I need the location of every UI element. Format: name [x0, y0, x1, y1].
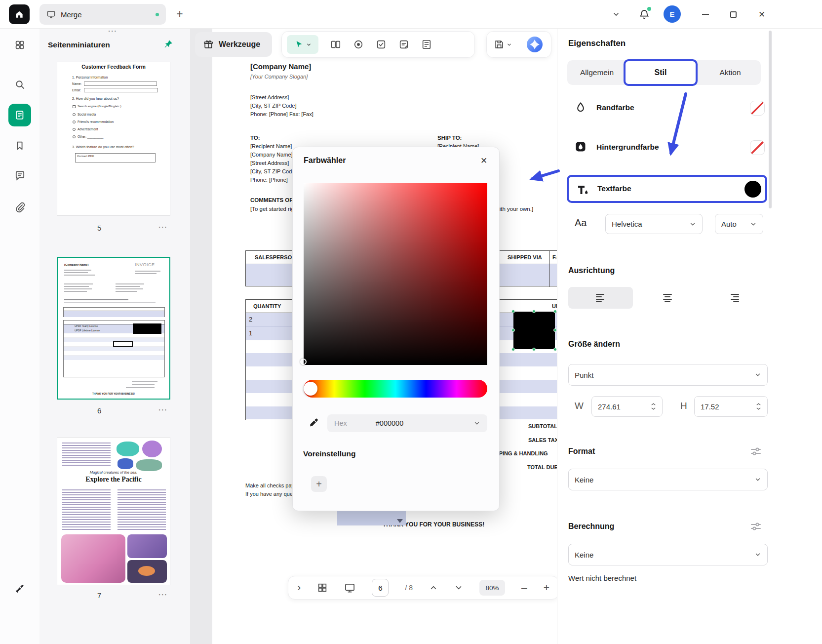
ai-assistant-button[interactable] [525, 35, 544, 54]
border-color-swatch[interactable] [750, 101, 765, 116]
save-icon [494, 39, 505, 50]
doc-total-label: TOTAL DUE [527, 464, 558, 470]
sliders-icon [750, 522, 761, 531]
checkbox-icon [376, 39, 387, 50]
save-button[interactable] [494, 39, 512, 50]
selection-handle[interactable] [511, 348, 515, 351]
hue-slider[interactable] [304, 380, 487, 398]
selection-handle[interactable] [511, 328, 515, 332]
close-button[interactable]: ✕ [754, 7, 769, 22]
dialog-title: Farbwähler [304, 156, 346, 165]
presentation-button[interactable] [344, 582, 355, 594]
document-tab[interactable]: Merge [39, 4, 166, 25]
sidebar-item-comments[interactable] [8, 164, 31, 187]
sidebar-item-apps[interactable] [8, 34, 31, 56]
font-size-select[interactable]: Auto [715, 214, 763, 234]
tab-allgemein[interactable]: Allgemein [571, 63, 623, 82]
text-color-label: Textfarbe [597, 184, 631, 193]
sidebar-item-attachments[interactable] [8, 196, 31, 218]
calculation-options-button[interactable] [749, 520, 763, 533]
font-family-select[interactable]: Helvetica [605, 214, 703, 234]
panel-scrollbar[interactable] [769, 31, 772, 208]
doc-subtotal-label: SUBTOTAL [528, 423, 557, 429]
selection-handle[interactable] [553, 348, 557, 351]
doc-salestax-label: SALES TAX [528, 437, 558, 443]
thumb6-selected-textbox [133, 323, 161, 334]
thumbnail-view-button[interactable] [317, 582, 328, 593]
selection-handle[interactable] [532, 348, 536, 351]
notifications-button[interactable] [636, 6, 653, 23]
stepper-arrows[interactable] [756, 402, 761, 410]
form-tool-button[interactable] [415, 35, 438, 54]
zoom-out-button[interactable]: – [521, 582, 527, 594]
saturation-value-area[interactable] [304, 183, 487, 365]
thumb7-text-column [62, 443, 111, 466]
maximize-button[interactable] [726, 7, 741, 22]
width-label: W [575, 401, 584, 411]
add-preset-button[interactable]: + [311, 476, 327, 492]
doc-th-salesperson: SALESPERSON [255, 254, 296, 260]
unit-select[interactable]: Punkt [568, 364, 768, 386]
selection-handle[interactable] [553, 310, 557, 313]
page-thumbnail-6[interactable]: [Company Name] INVOICE UPDF Yearly Licen… [57, 257, 170, 400]
tab-stil-label: Stil [655, 68, 667, 77]
sidebar-item-bookmarks[interactable] [8, 134, 31, 157]
expand-button[interactable]: › [297, 581, 301, 594]
sidebar-item-page-thumbnails[interactable] [8, 104, 31, 126]
page5-more-button[interactable]: ⋯ [158, 225, 168, 230]
zoom-level-button[interactable]: 80% [479, 580, 505, 596]
record-button[interactable] [347, 35, 370, 54]
pin-panel-button[interactable] [162, 38, 175, 50]
avatar[interactable]: E [664, 5, 681, 23]
next-page-button[interactable] [454, 583, 463, 592]
calculation-select[interactable]: Keine [568, 544, 768, 565]
tabs-overflow-button[interactable] [608, 7, 624, 22]
sidebar-item-search[interactable] [8, 73, 31, 96]
page-thumbnail-7[interactable]: Magical creatures of the sea. Explore th… [57, 437, 170, 585]
doc-dropdown-field[interactable] [337, 510, 406, 525]
align-left-button[interactable] [568, 287, 633, 309]
new-tab-button[interactable]: + [172, 6, 188, 22]
background-color-swatch[interactable] [750, 140, 765, 155]
page6-more-button[interactable]: ⋯ [158, 407, 168, 412]
checkbox-tool-button[interactable] [370, 35, 392, 54]
thumb6-text-bar [116, 288, 143, 289]
selection-handle[interactable] [532, 310, 536, 313]
comment-tool-button[interactable] [392, 35, 415, 54]
thumb6-text-bar [64, 299, 128, 300]
format-options-button[interactable] [749, 445, 763, 458]
minimize-button[interactable] [698, 7, 713, 22]
panel-resize-handle[interactable]: ⋯ [108, 29, 117, 34]
selected-text-box[interactable] [513, 312, 555, 349]
sidebar-item-signature[interactable] [8, 577, 31, 600]
page-number-input[interactable]: 6 [372, 579, 389, 597]
thumb6-text-bar [64, 270, 91, 271]
eyedropper-button[interactable] [305, 414, 323, 432]
hue-slider-knob[interactable] [304, 382, 317, 396]
format-select[interactable]: Keine [568, 469, 768, 490]
text-color-swatch[interactable] [744, 181, 761, 198]
selection-handle[interactable] [553, 328, 557, 332]
stepper-arrows[interactable] [651, 402, 656, 410]
thumb5-section1: 1. Personal Information [72, 76, 108, 79]
hex-input[interactable]: Hex #000000 [327, 414, 487, 432]
align-center-button[interactable] [635, 287, 700, 309]
previous-page-button[interactable] [429, 583, 438, 592]
align-right-button[interactable] [702, 287, 766, 309]
select-tool-button[interactable] [287, 35, 318, 54]
page-thumbnail-5[interactable]: Customer Feedback Form 1. Personal Infor… [57, 62, 170, 216]
tab-stil[interactable]: Stil [624, 59, 698, 86]
width-stepper[interactable]: 274.61 [591, 396, 663, 417]
tools-button[interactable]: Werkzeuge [195, 32, 272, 57]
dialog-close-button[interactable]: ✕ [476, 153, 491, 168]
tab-aktion[interactable]: Aktion [704, 63, 757, 82]
home-button[interactable] [9, 4, 30, 24]
selection-handle[interactable] [511, 310, 515, 313]
sv-cursor[interactable] [300, 359, 307, 365]
text-color-row[interactable]: Textfarbe [567, 175, 767, 203]
page7-more-button[interactable]: ⋯ [158, 592, 168, 597]
organize-pages-button[interactable] [324, 35, 347, 54]
zoom-in-button[interactable]: + [544, 582, 549, 594]
height-stepper[interactable]: 17.52 [694, 396, 768, 417]
thumb6-total-bar [132, 384, 155, 385]
